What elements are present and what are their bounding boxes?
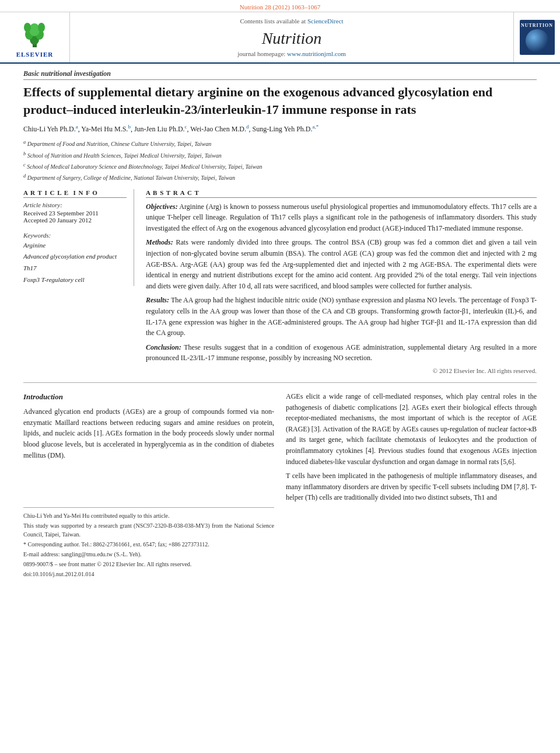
footnotes: Chiu-Li Yeh and Ya-Mei Hu contributed eq…	[23, 507, 274, 578]
abstract-conclusion: Conclusion: These results suggest that i…	[146, 342, 537, 364]
body-right-text: AGEs elicit a wide range of cell-mediate…	[286, 391, 537, 503]
abstract-heading: A B S T R A C T	[146, 189, 537, 198]
svg-point-4	[29, 23, 40, 36]
keyword-4: Foxp3 T-regulatory cell	[23, 274, 127, 286]
keyword-1: Arginine	[23, 240, 127, 252]
article-info-heading: A R T I C L E I N F O	[23, 189, 127, 198]
section-tag: Basic nutritional investigation	[23, 69, 537, 80]
affiliation-c: c School of Medical Laboratory Science a…	[23, 161, 537, 172]
authors-line: Chiu-Li Yeh Ph.D.a, Ya-Mei Hu M.S.b, Jun…	[23, 124, 537, 134]
sciencedirect-line: Contents lists available at ScienceDirec…	[240, 18, 343, 25]
journal-bar: Nutrition 28 (2012) 1063–1067	[0, 0, 560, 12]
conclusion-label: Conclusion:	[146, 343, 181, 351]
journal-title: Nutrition	[262, 29, 322, 48]
badge-globe-icon	[526, 29, 549, 53]
abstract-text: Objectives: Arginine (Arg) is known to p…	[146, 201, 537, 364]
abstract-objectives: Objectives: Arginine (Arg) is known to p…	[146, 201, 537, 234]
footnote-funding: This study was supported by a research g…	[23, 521, 274, 539]
intro-para3: T cells have been implicated in the path…	[286, 470, 537, 503]
nutrition-badge-area: NUTRITION	[513, 12, 560, 62]
journal-homepage-link[interactable]: www.nutritionjrnl.com	[287, 50, 346, 57]
abstract-column: A B S T R A C T Objectives: Arginine (Ar…	[146, 189, 537, 374]
elsevier-tree-icon	[19, 17, 51, 49]
sciencedirect-link[interactable]: ScienceDirect	[307, 18, 344, 25]
keyword-3: Th17	[23, 263, 127, 274]
body-section: Introduction Advanced glycation end prod…	[23, 391, 537, 580]
body-left-text: Advanced glycation end products (AGEs) a…	[23, 406, 274, 461]
results-text: The AA group had the highest inducible n…	[146, 296, 537, 337]
affiliations: a Department of Food and Nutrition, Chin…	[23, 138, 537, 183]
affiliation-d: d Department of Surgery, College of Medi…	[23, 172, 537, 183]
abstract-methods: Methods: Rats were randomly divided into…	[146, 237, 537, 291]
journal-homepage: journal homepage: www.nutritionjrnl.com	[237, 50, 346, 57]
intro-para2: AGEs elicit a wide range of cell-mediate…	[286, 391, 537, 467]
conclusion-text: These results suggest that in a conditio…	[146, 343, 537, 362]
affiliation-b: b School of Nutrition and Health Science…	[23, 150, 537, 161]
accepted-date: Accepted 20 January 2012	[23, 217, 127, 224]
article-info-abstract-section: A R T I C L E I N F O Article history: R…	[23, 189, 537, 374]
authors-text: Chiu-Li Yeh Ph.D.a, Ya-Mei Hu M.S.b, Jun…	[23, 125, 318, 133]
section-divider	[23, 382, 537, 383]
footnote-equal: Chiu-Li Yeh and Ya-Mei Hu contributed eq…	[23, 511, 274, 520]
nutrition-badge: NUTRITION	[520, 20, 555, 55]
header-center: Contents lists available at ScienceDirec…	[70, 12, 513, 62]
body-right-col: AGEs elicit a wide range of cell-mediate…	[286, 391, 537, 580]
svg-point-5	[24, 23, 31, 32]
objectives-text: Arginine (Arg) is known to possess numer…	[146, 203, 537, 232]
footnote-email: E-mail address: sangling@tmu.edu.tw (S.-…	[23, 550, 274, 559]
footnote-corresponding: * Corresponding author. Tel.: 8862-27361…	[23, 540, 274, 549]
history-label: Article history:	[23, 201, 127, 208]
affiliation-a: a Department of Food and Nutrition, Chin…	[23, 138, 537, 149]
intro-para1: Advanced glycation end products (AGEs) a…	[23, 406, 274, 461]
keyword-2: Advanced glycosylation end product	[23, 251, 127, 263]
keywords-label: Keywords:	[23, 232, 127, 239]
article-info-inner: A R T I C L E I N F O Article history: R…	[23, 189, 134, 286]
results-label: Results:	[146, 296, 169, 304]
footnotes-area: Chiu-Li Yeh and Ya-Mei Hu contributed eq…	[23, 507, 274, 578]
article-content: Basic nutritional investigation Effects …	[0, 64, 560, 591]
elsevier-brand-text: ELSEVIER	[16, 51, 54, 58]
elsevier-logo: ELSEVIER	[16, 17, 54, 58]
email-label: E-mail address:	[23, 551, 60, 557]
methods-label: Methods:	[146, 238, 173, 246]
page-wrapper: Nutrition 28 (2012) 1063–1067 ELSEVIER	[0, 0, 560, 591]
footnote-doi: doi:10.1016/j.nut.2012.01.014	[23, 570, 274, 578]
keywords-list: Arginine Advanced glycosylation end prod…	[23, 240, 127, 286]
header-section: ELSEVIER Contents lists available at Sci…	[0, 12, 560, 64]
copyright-line: © 2012 Elsevier Inc. All rights reserved…	[146, 367, 537, 374]
article-title: Effects of supplemental dietary arginine…	[23, 83, 537, 118]
badge-title-text: NUTRITION	[521, 23, 553, 28]
received-date: Received 23 September 2011	[23, 210, 127, 217]
abstract-results: Results: The AA group had the highest in…	[146, 295, 537, 338]
body-left-col: Introduction Advanced glycation end prod…	[23, 391, 274, 580]
email-value: sangling@tmu.edu.tw (S.-L. Yeh).	[61, 551, 142, 557]
journal-citation: Nutrition 28 (2012) 1063–1067	[240, 4, 320, 11]
article-info-column: A R T I C L E I N F O Article history: R…	[23, 189, 134, 374]
introduction-heading: Introduction	[23, 391, 274, 403]
footnote-issn: 0899-9007/$ – see front matter © 2012 El…	[23, 560, 274, 569]
svg-point-6	[38, 23, 45, 32]
elsevier-logo-area: ELSEVIER	[0, 12, 70, 62]
methods-text: Rats were randomly divided into three gr…	[146, 238, 537, 290]
objectives-label: Objectives:	[146, 203, 178, 211]
